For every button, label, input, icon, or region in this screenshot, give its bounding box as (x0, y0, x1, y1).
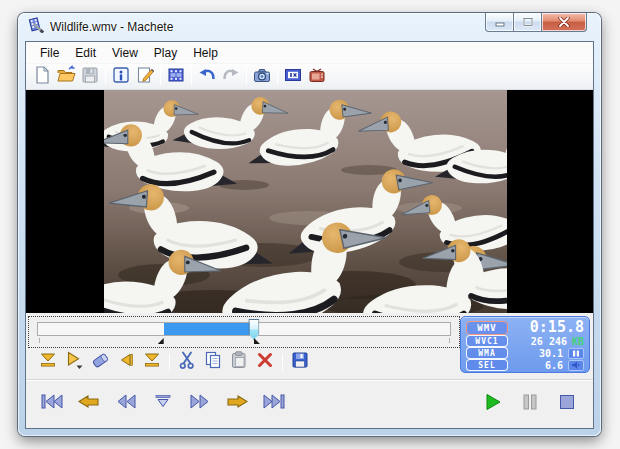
edit-toolbar-separator (282, 354, 283, 371)
frame-1x-button[interactable] (281, 66, 305, 88)
camera-snapshot-icon (252, 65, 272, 89)
selection-start-marker[interactable] (158, 338, 164, 344)
toolbar-separator (160, 68, 161, 85)
go-to-start-button[interactable] (38, 392, 66, 416)
seek-and-edit-column (28, 316, 460, 378)
seek-track[interactable] (37, 322, 451, 336)
toolbar-separator (191, 68, 192, 85)
toolbar-separator (277, 68, 278, 85)
edit-toolbar (28, 348, 460, 376)
info-row-selection: SEL 6.6 (466, 359, 584, 371)
step-back-button[interactable] (113, 351, 139, 373)
app-icon (28, 17, 44, 37)
menu-play[interactable]: Play (146, 43, 185, 63)
redo-button[interactable] (219, 66, 243, 88)
current-time: 0:15.8 (530, 320, 584, 335)
camera-snapshot-button[interactable] (250, 66, 274, 88)
mark-selection-start-button[interactable] (35, 351, 61, 373)
edit-toolbar-separator (169, 354, 170, 371)
edit-page-button[interactable] (133, 66, 157, 88)
stop-icon (558, 393, 576, 415)
close-button[interactable] (541, 13, 587, 32)
stop-button[interactable] (553, 392, 581, 416)
redo-icon (221, 65, 241, 89)
play-selection-button[interactable] (61, 351, 87, 373)
save-button[interactable] (78, 66, 102, 88)
rewind-icon (114, 393, 138, 414)
rewind-button[interactable] (112, 392, 140, 416)
selection-end-marker[interactable] (254, 338, 260, 344)
maximize-button[interactable] (513, 13, 542, 32)
play-icon (484, 393, 502, 415)
go-to-end-icon (262, 393, 286, 414)
fast-forward-icon (188, 393, 212, 414)
filmstrip-icon (166, 65, 186, 89)
mark-selection-end-button[interactable] (139, 351, 165, 373)
undo-icon (197, 65, 217, 89)
selection-badge: SEL (466, 359, 508, 371)
go-selection-start-button[interactable] (75, 392, 103, 416)
new-file-button[interactable] (30, 66, 54, 88)
seek-region (28, 316, 460, 348)
go-to-start-icon (40, 393, 64, 414)
pause-indicator-icon (568, 348, 584, 359)
go-selection-end-button[interactable] (223, 392, 251, 416)
toolbar-separator (246, 68, 247, 85)
position-marker-button[interactable] (149, 392, 177, 416)
media-info-button[interactable] (109, 66, 133, 88)
tv-icon (307, 65, 327, 89)
info-row-format: WMV 0:15.8 (466, 320, 584, 335)
menu-edit[interactable]: Edit (67, 43, 104, 63)
play-button[interactable] (479, 392, 507, 416)
pause-icon (521, 393, 539, 415)
play-selection-icon (64, 350, 84, 374)
menu-view[interactable]: View (104, 43, 146, 63)
copy-button[interactable] (200, 351, 226, 373)
open-file-button[interactable] (54, 66, 78, 88)
position-marker-icon (151, 393, 175, 414)
undo-button[interactable] (195, 66, 219, 88)
toolbar-separator (105, 68, 106, 85)
audio-indicator-icon (568, 360, 584, 371)
filmstrip-button[interactable] (164, 66, 188, 88)
cut-icon (177, 350, 197, 374)
step-back-icon (116, 350, 136, 374)
video-codec-badge: WVC1 (466, 335, 508, 347)
menu-help[interactable]: Help (185, 43, 226, 63)
menu-file[interactable]: File (32, 43, 67, 63)
info-panel: WMV 0:15.8 WVC1 26 246KB WMA 30.1 SEL (460, 316, 590, 373)
seek-fill (164, 323, 254, 335)
minimize-button[interactable] (485, 13, 514, 32)
window-title: Wildlife.wmv - Machete (50, 20, 173, 34)
delete-icon (255, 350, 275, 374)
go-selection-start-icon (77, 393, 101, 414)
copy-icon (203, 350, 223, 374)
paste-button[interactable] (226, 351, 252, 373)
seek-marker-row (37, 337, 451, 344)
save-selection-button[interactable] (287, 351, 313, 373)
edit-page-icon (135, 65, 155, 89)
audio-value: 30.1 (539, 348, 563, 359)
video-area (26, 90, 593, 313)
paste-icon (229, 350, 249, 374)
info-row-video: WVC1 26 246KB (466, 335, 584, 347)
window-controls (486, 13, 587, 32)
eraser-button[interactable] (87, 351, 113, 373)
mark-selection-end-icon (142, 350, 162, 374)
file-size-value: 26 246 (531, 336, 567, 347)
go-to-end-button[interactable] (260, 392, 288, 416)
pause-button[interactable] (516, 392, 544, 416)
delete-button[interactable] (252, 351, 278, 373)
media-info-icon (111, 65, 131, 89)
cut-button[interactable] (174, 351, 200, 373)
selection-value: 6.6 (545, 360, 563, 371)
window-content: File Edit View Play Help (25, 41, 594, 429)
fast-forward-button[interactable] (186, 392, 214, 416)
tv-button[interactable] (305, 66, 329, 88)
transport-bar (26, 381, 593, 428)
save-selection-icon (290, 350, 310, 374)
track-start-tick (39, 338, 40, 343)
main-toolbar (26, 63, 593, 90)
format-badge: WMV (466, 321, 508, 335)
open-file-icon (56, 65, 76, 89)
